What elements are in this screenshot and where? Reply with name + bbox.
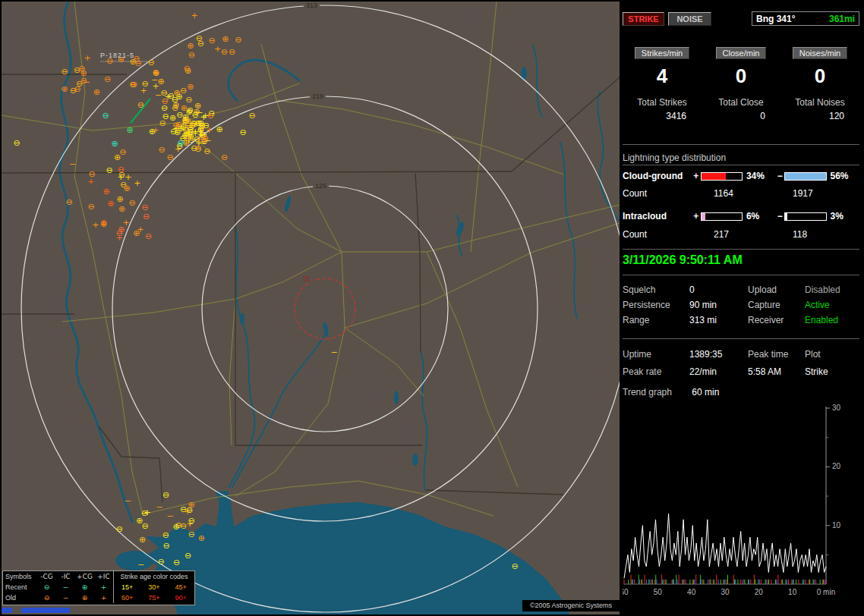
strike-symbol: +: [186, 519, 193, 529]
count-label: Count: [623, 229, 692, 240]
strike-symbol: ⊕: [118, 204, 125, 214]
strike-symbol: ⊕: [177, 124, 184, 134]
trend-window-value: 60 min: [692, 387, 719, 398]
nexstorm-window: ⊕+⊖⊕⊖⊖⊖⊕⊕+⊖⊖⊖+⊖⊕⊖+⊖⊕⊖⊖−−+⊖⊖⊖⊖⊖−⊖⊕+−⊖⊕⊖⊖⊕…: [0, 0, 864, 616]
strike-symbol: ⊖: [104, 74, 111, 84]
y-tick-label: 30: [832, 404, 841, 412]
x-tick-label: 10: [788, 588, 797, 596]
strike-symbol: ⊕: [188, 500, 195, 510]
pos-cg-recent-icon: ⊕: [75, 582, 94, 592]
strike-toggle-button[interactable]: STRIKE: [623, 12, 664, 26]
legend-symbols-header: Symbols: [3, 571, 37, 582]
strike-symbol: −: [69, 159, 76, 169]
x-tick-label: 0 min: [817, 588, 835, 596]
divider: [623, 275, 859, 275]
strike-symbol: ⊖: [118, 165, 125, 174]
peak-time-label: Peak time: [748, 349, 805, 360]
strike-symbol: ⊖: [188, 530, 195, 539]
cloud-ground-label: Cloud-ground: [623, 171, 692, 181]
intracloud-row: Intracloud + 6% − 3%: [623, 210, 859, 222]
neg-ic-old-icon: −: [56, 592, 75, 603]
divider: [623, 144, 859, 145]
status-row: Squelch 0 Upload Disabled: [623, 284, 859, 295]
ic-plus-count: 217: [692, 229, 777, 240]
strike-symbol: ⊖: [159, 145, 166, 155]
strike-symbol: ⊖: [141, 203, 148, 212]
noises-per-min-button[interactable]: Noises/min: [793, 47, 847, 59]
strike-symbol: ⊕: [149, 127, 156, 137]
strike-symbol: ⊖: [116, 228, 123, 238]
close-per-min-button[interactable]: Close/min: [716, 47, 767, 59]
trend-graph: 1020306050403020100 min: [623, 402, 859, 614]
strike-symbol: ⊖: [183, 64, 190, 74]
persistence-label: Persistence: [623, 300, 689, 310]
legend-age-header: Strike age color codes: [114, 571, 194, 582]
bearing-display: Bng 341° 361mi: [752, 11, 859, 26]
strike-symbol: ⊖: [229, 47, 235, 57]
strike-symbol: +: [191, 128, 198, 138]
range-ring-label-125: 125: [313, 182, 329, 190]
strike-symbol: ⊖: [147, 58, 154, 68]
strike-symbol: ⊖: [203, 146, 210, 156]
strike-symbol: −: [84, 77, 90, 87]
totals-values-row: 3416 0 120: [623, 111, 859, 121]
strike-symbol: +: [152, 81, 159, 91]
strike-symbol: ⊖: [141, 79, 148, 89]
upload-label: Upload: [748, 284, 805, 295]
strike-symbol: ⊖: [207, 111, 214, 121]
strike-symbol: ⊕: [187, 41, 194, 51]
strike-symbol: ⊕: [222, 34, 229, 44]
strike-symbol: +: [194, 142, 201, 152]
age-code-60: 60+: [114, 592, 140, 603]
pos-ic-recent-icon: +: [94, 582, 113, 592]
distribution-title: Lightning type distribution: [623, 152, 726, 163]
strike-symbol: ⊕: [187, 82, 194, 92]
strike-symbol: ⊕: [131, 80, 137, 90]
trend-graph-label: Trend graph: [623, 387, 689, 398]
strike-symbol: ⊖: [221, 152, 228, 162]
strike-symbol: ⊖: [235, 35, 241, 45]
x-tick-label: 50: [654, 588, 663, 596]
strike-symbol: ⊕: [136, 516, 143, 526]
strike-symbol: ⊖: [119, 147, 126, 157]
intracloud-label: Intracloud: [623, 211, 692, 222]
rate-buttons-row: Strikes/min Close/min Noises/min: [623, 47, 859, 59]
strike-symbol: ⊖: [184, 551, 191, 561]
strike-symbol: −: [156, 502, 162, 512]
persistence-value: 90 min: [689, 300, 748, 310]
strike-symbol: ⊖: [65, 197, 72, 207]
cg-plus-bar: [701, 172, 743, 181]
strike-symbol: ⊖: [61, 67, 68, 77]
range-value: 313 mi: [689, 315, 748, 325]
strike-symbol: ⊖: [167, 152, 174, 162]
strike-symbol: ⊖: [159, 118, 166, 128]
cg-minus-bar: [784, 172, 826, 181]
strike-symbol: ⊕: [153, 68, 159, 78]
strike-symbol: ⊖: [78, 64, 85, 74]
strike-symbol: ⊖: [221, 47, 228, 57]
strike-symbol: ⊖: [145, 231, 152, 241]
copyright-label: ©2005 Astrogenic Systems: [522, 600, 620, 611]
legend-col-pos-cg: +CG: [75, 571, 94, 582]
y-tick-label: 20: [832, 462, 841, 470]
status-row: Range 313 mi Receiver Enabled: [623, 315, 859, 325]
trend-graph-header: Trend graph 60 min: [623, 387, 719, 398]
total-strikes-label: Total Strikes: [637, 97, 686, 108]
strike-symbol: ⊖: [116, 524, 123, 534]
strike-symbol: ⊖: [160, 88, 167, 98]
strike-symbol: +: [92, 220, 99, 230]
range-ring-label-31: 31: [301, 275, 313, 282]
count-label: Count: [623, 188, 692, 199]
strike-symbol: ⊕: [198, 533, 205, 543]
lightning-map[interactable]: ⊕+⊖⊕⊖⊖⊖⊕⊕+⊖⊖⊖+⊖⊕⊖+⊖⊕⊖⊖−−+⊖⊖⊖⊖⊖−⊖⊕+−⊖⊕⊖⊖⊕…: [2, 2, 620, 614]
minus-sign: −: [775, 171, 784, 181]
noise-toggle-button[interactable]: NOISE: [668, 12, 711, 26]
totals-labels-row: Total Strikes Total Close Total Noises: [623, 97, 859, 108]
strikes-per-min-button[interactable]: Strikes/min: [635, 47, 689, 59]
strike-symbol: −: [330, 347, 337, 357]
intracloud-count-row: Count 217 118: [623, 228, 859, 240]
ic-minus-bar: [784, 212, 826, 221]
strike-symbol: +: [191, 11, 197, 20]
legend-col-pos-ic: +IC: [94, 571, 113, 582]
neg-cg-old-icon: ⊖: [37, 592, 56, 603]
